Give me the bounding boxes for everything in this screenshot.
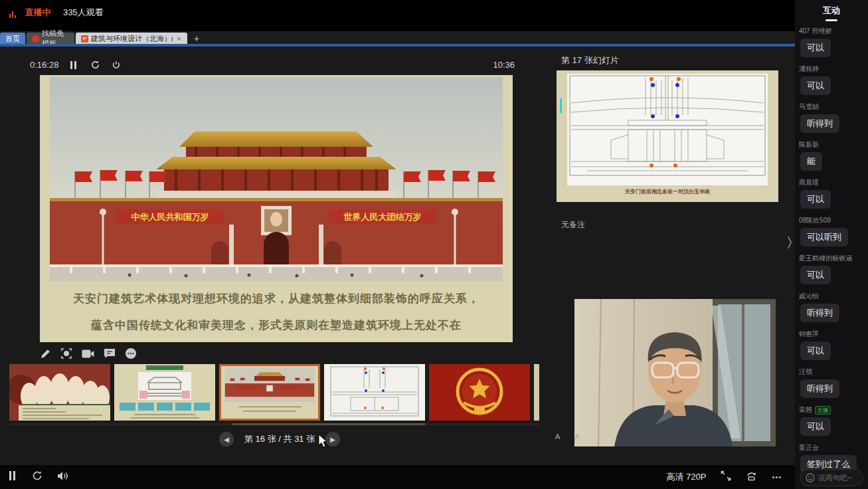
live-wave-icon (9, 6, 19, 14)
slide-thumbnail-2[interactable] (114, 364, 215, 421)
chat-username: 407 邢维娇 (799, 27, 831, 36)
next-slide-preview: 天安门前后南北各设一对汉白玉华表 (557, 70, 778, 202)
tab-active-pptx[interactable]: P 建筑与环境设计（北海）(2).pptx ✕ (76, 33, 187, 45)
chat-bubble: 能 (800, 152, 822, 171)
chat-username: 戚沁怡 (799, 292, 819, 301)
browser-tab-strip: 首页 找稿免模板 P 建筑与环境设计（北海）(2).pptx ✕ + 1 — ✕ (0, 31, 795, 45)
chat-username: 08陈欣509 (799, 216, 831, 225)
presenter-portrait (574, 299, 776, 446)
chat-message: 陈新新 能 (799, 140, 864, 171)
chat-input-placeholder: 说两句吧~ (818, 473, 851, 483)
chat-username: 爱王鹤棣的杨铁涵 (799, 254, 852, 263)
chat-username: 马雪娟 (799, 102, 819, 112)
mouse-cursor (318, 434, 329, 448)
tab-close-icon[interactable]: ✕ (177, 35, 182, 43)
chat-bubble: 可以 (800, 417, 831, 436)
comment-icon[interactable] (104, 348, 116, 359)
speaker-notes: 无备注 (561, 219, 585, 231)
chat-message: 商晨瑶 可以 (799, 178, 864, 209)
quality-selector[interactable]: 高清 720P (666, 471, 706, 483)
chat-username: 潘炜婷 (799, 64, 819, 74)
live-label: 直播中 (25, 7, 50, 17)
chat-panel-title: 互动 (795, 0, 868, 17)
refresh-icon[interactable] (90, 60, 100, 72)
chat-bubble: 可以听到 (800, 228, 848, 246)
slide-caption-line2: 蕴含中国传统文化和审美理念，形式美原则在塑造建筑环境上无处不在 (40, 318, 513, 333)
chat-message: 钟惠萍 可以 (799, 330, 864, 360)
prev-slide-button[interactable]: ◀ (219, 432, 234, 446)
slide-counter: 第 16 张 / 共 31 张 (244, 433, 315, 445)
preview-slide-title: 第 17 张幻灯片 (561, 54, 619, 66)
chat-message: 407 邢维娇 可以 (799, 27, 864, 57)
chat-message: 爱王鹤棣的杨铁涵 可以 (799, 254, 864, 284)
annotation-marker (560, 98, 562, 113)
pencil-icon[interactable] (40, 348, 51, 359)
slide-thumbnail-4[interactable] (324, 364, 425, 421)
chat-bubble: 可以 (800, 342, 831, 360)
more-options-icon[interactable] (125, 347, 137, 359)
more-controls-icon[interactable]: ••• (772, 473, 782, 481)
banner-right-text: 世界人民大团结万岁 (343, 212, 422, 222)
chat-bubble: 听得到 (800, 304, 839, 322)
volume-icon[interactable] (57, 471, 69, 484)
font-size-icons[interactable]: A A (555, 433, 586, 440)
new-tab-button[interactable]: + (194, 33, 199, 44)
tiananmen-photo: 中华人民共和国万岁 世界人民大团结万岁 (50, 77, 503, 281)
laser-focus-icon[interactable] (60, 347, 72, 359)
slide-thumbnail-5[interactable] (429, 364, 530, 421)
elapsed-time: 0:16:28 (30, 60, 58, 70)
chat-message: 08陈欣509 可以听到 (799, 216, 864, 246)
slide-thumbnail-6[interactable] (534, 364, 539, 421)
rotate-icon[interactable] (746, 471, 757, 484)
slide-thumbnail-strip (9, 364, 539, 423)
chat-input[interactable]: 说两句吧~ (800, 469, 863, 486)
chat-bubble: 可以 (800, 76, 831, 95)
reload-icon[interactable] (32, 470, 43, 484)
chat-message: 潘炜婷 可以 (799, 64, 864, 95)
power-icon[interactable] (112, 60, 121, 72)
ppt-favicon-icon: P (81, 35, 88, 43)
architectural-plan-drawing (567, 74, 768, 185)
chat-username: 钟惠萍 (799, 330, 819, 339)
chat-username: 陈新新 (799, 140, 819, 149)
player-header: 0:16:28 10:36 (30, 60, 515, 73)
presentation-slide: 中华人民共和国万岁 世界人民大团结万岁 (40, 75, 513, 342)
chat-bubble: 可以 (800, 39, 831, 57)
fullscreen-icon[interactable] (721, 470, 731, 484)
annotation-toolbar (40, 346, 137, 361)
emoji-icon[interactable] (806, 473, 815, 482)
slide-thumbnail-3-selected[interactable] (219, 364, 320, 421)
app-window: 直播中 335人观看 首页 找稿免模板 P 建筑与环境设计（北海）(2).ppt… (0, 0, 868, 489)
chat-bubble: 可以 (800, 266, 831, 284)
live-status-bar: 直播中 335人观看 (0, 0, 795, 31)
gaoding-favicon-icon (32, 35, 39, 43)
tab-active-label: 建筑与环境设计（北海）(2).pptx (91, 34, 173, 44)
pause-icon[interactable] (70, 61, 78, 71)
tab-second[interactable]: 找稿免模板 (27, 33, 74, 45)
camera-icon[interactable] (82, 349, 94, 359)
chat-bubble: 可以 (800, 190, 831, 209)
tab-home-label: 首页 (5, 34, 20, 44)
preview-slide-caption: 天安门前后南北各设一对汉白玉华表 (557, 188, 778, 195)
chat-title-underline (825, 19, 837, 21)
viewer-count: 335人观看 (63, 7, 104, 17)
slide-thumbnail-1[interactable] (9, 364, 110, 421)
chat-message: 马雪娟 听得到 (799, 102, 864, 133)
chat-panel: 互动 407 邢维娇 可以 潘炜婷 可以 (795, 0, 868, 489)
play-pause-icon[interactable] (9, 471, 17, 483)
thumbnail-scrollbar[interactable] (232, 423, 425, 425)
slide-caption-line1: 天安门建筑艺术体现对理想环境的追求，从建筑整体到细部装饰的呼应关系， (40, 291, 513, 306)
host-badge: 主播 (815, 406, 831, 415)
banner-left-text: 中华人民共和国万岁 (131, 212, 209, 222)
chat-username: 商晨瑶 (799, 178, 819, 187)
webcam-video (574, 299, 776, 446)
chat-message: 戚沁怡 听得到 (799, 292, 864, 322)
chat-message: 汪琪 听得到 (799, 367, 864, 398)
chat-username: 雷茜 (799, 405, 812, 415)
player-control-bar: 高清 720P ••• (0, 465, 795, 489)
chat-username: 汪琪 (799, 367, 812, 377)
chat-message-list: 407 邢维娇 可以 潘炜婷 可以 马雪娟 (795, 27, 868, 474)
current-time: 10:36 (493, 60, 515, 70)
chat-username: 童正合 (799, 443, 819, 452)
tab-home[interactable]: 首页 (0, 33, 25, 45)
